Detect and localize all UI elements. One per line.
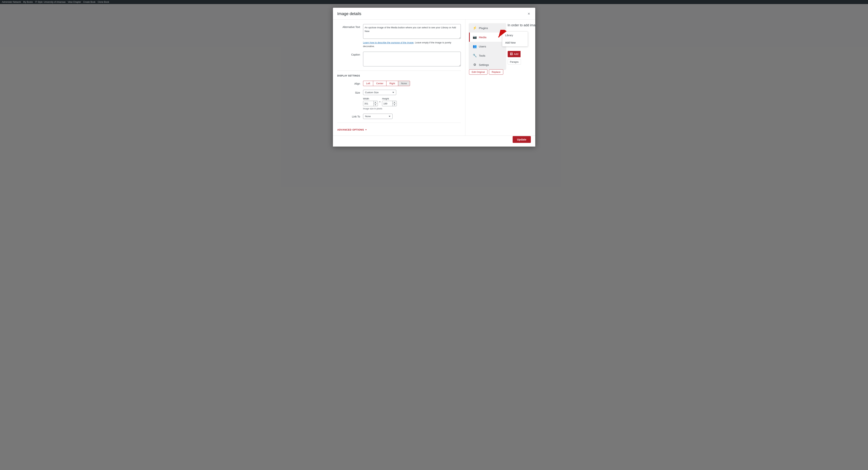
modal-right-panel: ⚡ Plugins 📷 Media 👥 Users 🔧 Tools — [465, 20, 535, 135]
edit-original-button[interactable]: Edit Original — [469, 69, 488, 75]
link-label: Link To — [337, 114, 363, 118]
height-input-wrap: ▲ ▼ — [382, 101, 397, 106]
add-button-partial[interactable]: 🖼 Add — [508, 51, 521, 57]
learn-link[interactable]: Learn how to describe the purpose of the… — [363, 41, 414, 44]
media-icon: 📷 — [473, 35, 477, 39]
align-button-group: Left Center Right None — [363, 81, 461, 86]
advanced-options-button[interactable]: ADVANCED OPTIONS ▼ — [337, 128, 367, 131]
topbar-item-3[interactable]: IT Style: University of Arkansas — [35, 1, 66, 3]
topbar-item-6[interactable]: Clone Book — [98, 1, 109, 3]
caption-label: Caption — [337, 52, 363, 56]
modal-close-button[interactable]: × — [527, 11, 531, 17]
sidebar-item-settings[interactable]: ⚙ Settings — [469, 60, 506, 69]
link-content: None Media File Attachment Page Custom U… — [363, 114, 461, 119]
top-bar: Administer Network My Books IT Style: Un… — [0, 0, 868, 4]
users-icon: 👥 — [473, 44, 477, 49]
paragraph-label-partial: Paragra — [508, 59, 521, 65]
width-label: Width — [363, 97, 378, 100]
size-content: Thumbnail Medium Large Full Size Custom … — [363, 90, 461, 110]
height-input[interactable] — [382, 101, 392, 106]
sidebar-item-users[interactable]: 👥 Users — [469, 42, 506, 51]
action-buttons: Edit Original Replace — [469, 69, 503, 75]
height-label: Height — [382, 97, 397, 100]
width-up-spinner[interactable]: ▲ — [374, 101, 377, 103]
alt-text-label: Alternative Text — [337, 24, 363, 29]
height-up-spinner[interactable]: ▲ — [393, 101, 396, 103]
topbar-item-1[interactable]: Administer Network — [2, 1, 21, 3]
dimensions-row: Width ▲ ▼ × — [363, 97, 461, 106]
add-icon: 🖼 — [510, 53, 513, 56]
width-group: Width ▲ ▼ — [363, 97, 378, 106]
align-left-button[interactable]: Left — [363, 81, 373, 86]
caption-content — [363, 52, 461, 67]
display-settings-title: DISPLAY SETTINGS — [337, 74, 461, 77]
sidebar-label-plugins: Plugins — [479, 27, 488, 30]
red-arrow-annotation — [494, 30, 508, 41]
modal-body: Alternative Text An upclose image of the… — [333, 20, 535, 135]
align-content: Left Center Right None — [363, 81, 461, 86]
align-row: Align Left Center Right None — [337, 81, 461, 86]
sidebar-label-tools: Tools — [479, 54, 486, 57]
size-row: Size Thumbnail Medium Large Full Size Cu… — [337, 90, 461, 110]
caption-input[interactable] — [363, 52, 461, 66]
width-spinners: ▲ ▼ — [373, 101, 377, 106]
alt-text-row: Alternative Text An upclose image of the… — [337, 24, 461, 48]
caption-row: Caption — [337, 52, 461, 67]
align-center-button[interactable]: Center — [373, 81, 386, 86]
update-button[interactable]: Update — [513, 136, 531, 143]
sidebar-label-media: Media — [479, 36, 487, 39]
modal-header: Image details × — [333, 8, 535, 20]
width-input[interactable] — [363, 101, 373, 106]
modal-footer: Update — [333, 135, 535, 147]
topbar-item-5[interactable]: Create Book — [83, 1, 95, 3]
size-label: Size — [337, 90, 363, 94]
height-down-spinner[interactable]: ▼ — [393, 103, 396, 106]
modal-left-panel: Alternative Text An upclose image of the… — [333, 20, 465, 135]
topbar-item-4[interactable]: View Chapter — [68, 1, 81, 3]
advanced-label: ADVANCED OPTIONS — [337, 128, 364, 131]
advanced-arrow-icon: ▼ — [365, 129, 367, 131]
align-right-button[interactable]: Right — [386, 81, 398, 86]
sidebar-item-tools[interactable]: 🔧 Tools — [469, 51, 506, 60]
width-input-wrap: ▲ ▼ — [363, 101, 378, 106]
link-select[interactable]: None Media File Attachment Page Custom U… — [363, 114, 393, 119]
height-spinners: ▲ ▼ — [392, 101, 396, 106]
link-row: Link To None Media File Attachment Page … — [337, 114, 461, 119]
align-label: Align — [337, 81, 363, 85]
image-details-modal: Image details × Alternative Text An upcl… — [333, 8, 535, 147]
tools-icon: 🔧 — [473, 54, 477, 58]
dim-hint: Image size in pixels — [363, 107, 461, 110]
align-none-button[interactable]: None — [398, 81, 410, 86]
size-select[interactable]: Thumbnail Medium Large Full Size Custom … — [363, 90, 396, 95]
add-label: Add — [514, 53, 519, 56]
alt-text-hint: Learn how to describe the purpose of the… — [363, 41, 461, 48]
advanced-divider — [337, 123, 461, 123]
replace-button[interactable]: Replace — [489, 69, 503, 75]
height-group: Height ▲ ▼ — [382, 97, 397, 106]
alt-text-input[interactable]: An upclose image of the Media button whe… — [363, 24, 461, 39]
topbar-item-2[interactable]: My Books — [23, 1, 33, 3]
right-info-text: In order to add ima — [508, 23, 535, 27]
width-down-spinner[interactable]: ▼ — [374, 103, 377, 106]
settings-icon: ⚙ — [473, 63, 477, 67]
modal-overlay: Image details × Alternative Text An upcl… — [0, 4, 868, 470]
sidebar-label-settings: Settings — [479, 63, 489, 66]
modal-title: Image details — [337, 11, 362, 16]
dimension-x: × — [379, 100, 381, 103]
plugins-icon: ⚡ — [473, 26, 477, 30]
alt-text-content: An upclose image of the Media button whe… — [363, 24, 461, 48]
sidebar-label-users: Users — [479, 45, 486, 48]
